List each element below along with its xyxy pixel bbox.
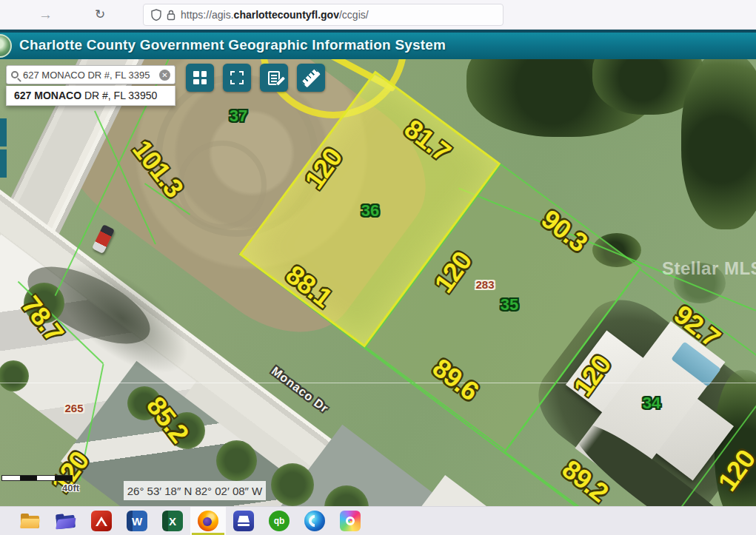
browser-toolbar: → ↻ https://agis.charlottecountyfl.gov/c… (0, 0, 756, 30)
search-suggestion[interactable]: 627 MONACO DR #, FL 33950 (6, 86, 175, 106)
marquee-icon (230, 71, 244, 84)
acrobat-icon (91, 511, 112, 531)
taskbar-file-explorer[interactable] (13, 507, 48, 535)
gis-header: Charlotte County Government Geographic I… (0, 30, 756, 59)
scale-label: 40ft (62, 482, 79, 494)
quickbooks-icon: qb (269, 511, 290, 531)
palm-tree (168, 412, 205, 449)
measure-button[interactable] (297, 64, 325, 92)
palm-tree (271, 463, 314, 506)
word-icon: W (127, 511, 147, 531)
taskbar-quickbooks[interactable]: qb (261, 507, 297, 535)
forward-button[interactable]: → (39, 6, 53, 24)
page-title: Charlotte County Government Geographic I… (19, 37, 446, 53)
lock-icon (167, 10, 175, 21)
taskbar-word[interactable]: W (119, 507, 155, 535)
file-explorer-icon (20, 513, 41, 529)
url-text: https://agis.charlottecountyfl.gov/ccgis… (181, 9, 369, 21)
taskbar-excel[interactable]: X (155, 507, 190, 535)
taskbar-acrobat[interactable] (84, 507, 119, 535)
taskbar-scanner[interactable] (226, 507, 261, 535)
search-input[interactable] (23, 70, 159, 81)
edge-tool-button[interactable] (0, 118, 7, 147)
taskbar-firefox[interactable] (190, 507, 226, 535)
note-pencil-icon (268, 71, 280, 85)
excel-icon: X (162, 511, 183, 531)
tree-canopy (681, 59, 756, 229)
coordinates-readout: 26° 53′ 18″ N 82° 02′ 08″ W (124, 481, 266, 500)
windows-taskbar: W X qb (0, 506, 756, 535)
red-car (92, 224, 115, 254)
shield-icon (151, 9, 161, 21)
taskbar-folder-purple[interactable] (48, 507, 84, 535)
adobe-creative-cloud-icon (340, 511, 361, 531)
firefox-icon (198, 511, 218, 531)
edge-tool-button[interactable] (0, 149, 7, 178)
ruler-icon (301, 68, 321, 87)
search-box[interactable]: ✕ (6, 65, 175, 84)
basemap-grid-button[interactable] (186, 64, 214, 92)
palm-tree (674, 263, 726, 303)
grid-icon (193, 71, 207, 84)
mowing-circle (178, 141, 267, 229)
edge-icon (304, 511, 325, 531)
taskbar-edge[interactable] (297, 507, 332, 535)
purple-folder-icon (55, 512, 77, 531)
palm-tree (127, 386, 161, 420)
reload-button[interactable]: ↻ (95, 6, 105, 24)
address-bar[interactable]: https://agis.charlottecountyfl.gov/ccgis… (143, 4, 504, 26)
select-rectangle-button[interactable] (223, 64, 251, 92)
edit-notes-button[interactable] (260, 64, 288, 92)
map-canvas[interactable]: 101.312081.788.190.312092.778.785.212089… (0, 59, 756, 506)
palm-tree (216, 440, 257, 481)
taskbar-adobe-cc[interactable] (332, 507, 368, 535)
scale-bar (1, 475, 73, 481)
scanner-icon (233, 511, 254, 531)
county-seal-logo (0, 34, 12, 58)
search-icon (11, 71, 19, 78)
clear-icon[interactable]: ✕ (159, 70, 170, 81)
